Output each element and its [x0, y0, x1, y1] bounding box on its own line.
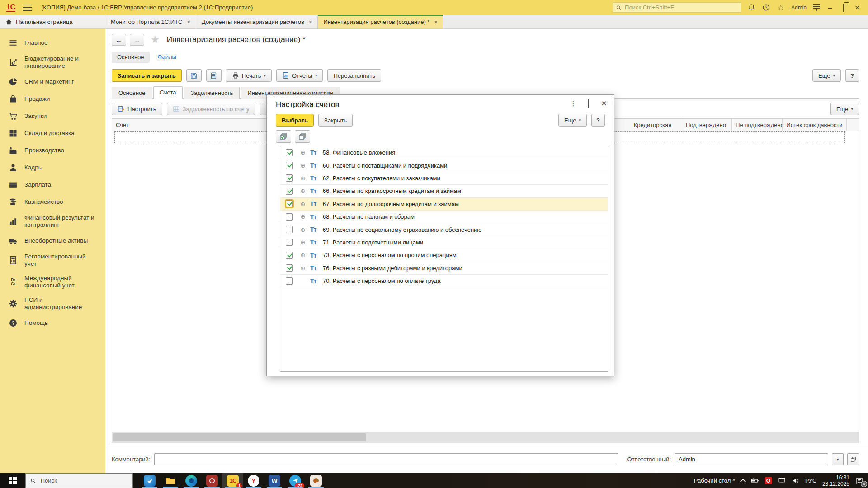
account-checkbox[interactable]	[286, 200, 293, 207]
account-row-5[interactable]: ⊕ Тт 68, Расчеты по налогам и сборам	[280, 211, 608, 223]
account-checkbox[interactable]	[286, 213, 293, 221]
window-tab-2[interactable]: Инвентаризация расчетов (создание) * ×	[318, 15, 443, 28]
back-button[interactable]: ←	[112, 34, 126, 46]
notification-center-icon[interactable]: 4	[855, 477, 863, 485]
main-menu-icon[interactable]	[23, 5, 32, 11]
expand-plus-icon[interactable]: ⊕	[299, 252, 307, 258]
account-row-6[interactable]: ⊕ Тт 69, Расчеты по социальному страхова…	[280, 223, 608, 236]
account-row-4[interactable]: ⊕ Тт 67, Расчеты по долгосрочным кредита…	[280, 198, 608, 211]
dialog-close-button[interactable]: Закрыть	[318, 114, 353, 127]
taskbar-app-1c-icon[interactable]: 1С1	[222, 473, 243, 488]
horizontal-scrollbar[interactable]	[112, 432, 859, 443]
account-checkbox[interactable]	[286, 162, 293, 169]
current-user[interactable]: Admin	[791, 5, 807, 11]
responsible-input[interactable]	[675, 453, 828, 465]
save-button[interactable]	[186, 69, 202, 82]
tray-app-icon[interactable]	[765, 477, 772, 484]
dialog-more-button[interactable]: Еще▾	[558, 114, 587, 127]
hidden-icons-chevron[interactable]	[741, 478, 745, 483]
responsible-dropdown-button[interactable]: ▾	[832, 453, 844, 465]
nav-link-files[interactable]: Файлы	[158, 53, 176, 61]
sidebar-item-finrez[interactable]: Финансовый результат и контроллинг	[0, 211, 105, 232]
reports-button[interactable]: Отчеты▾	[276, 69, 323, 82]
taskbar-app-yandex-icon[interactable]: Y	[243, 473, 264, 488]
sidebar-item-glavnoe[interactable]: Главное	[0, 34, 105, 52]
account-checkbox[interactable]	[286, 239, 293, 246]
expand-plus-icon[interactable]: ⊕	[299, 239, 307, 246]
account-checkbox[interactable]	[286, 188, 293, 195]
sidebar-item-mfu[interactable]: DrCr Международный финансовый учет	[0, 271, 105, 293]
taskbar-app-paint-icon[interactable]	[306, 473, 326, 488]
sidebar-item-budget[interactable]: Бюджетирование и планирование	[0, 52, 105, 73]
taskbar-app-telegram-icon[interactable]: .72	[285, 473, 306, 488]
account-checkbox[interactable]	[286, 252, 293, 259]
global-search-input[interactable]	[624, 4, 738, 11]
dialog-maximize-icon[interactable]	[585, 100, 592, 108]
sidebar-item-kazna[interactable]: Казначейство	[0, 193, 105, 211]
favorite-star-icon[interactable]: ★	[151, 34, 160, 46]
responsible-open-button[interactable]	[847, 453, 859, 465]
taskbar-app-word-icon[interactable]: W	[264, 473, 285, 488]
expand-plus-icon[interactable]: ⊕	[299, 188, 307, 194]
notifications-bell-icon[interactable]	[748, 4, 756, 12]
account-row-1[interactable]: ⊕ Тт 60, Расчеты с поставщиками и подряд…	[280, 159, 608, 172]
expand-plus-icon[interactable]: ⊕	[299, 265, 307, 272]
account-checkbox[interactable]	[286, 149, 293, 156]
taskbar-app-thunderbird-icon[interactable]	[139, 473, 160, 488]
sidebar-item-zakupki[interactable]: Закупки	[0, 108, 105, 125]
global-search[interactable]	[613, 2, 741, 13]
form-tab-0[interactable]: Основное	[112, 87, 152, 99]
window-tab-0[interactable]: Монитор Портала 1С:ИТС ×	[105, 15, 196, 28]
expand-plus-icon[interactable]: ⊕	[299, 175, 307, 182]
taskbar-app-explorer-icon[interactable]	[160, 473, 181, 488]
configure-button[interactable]: Настроить	[112, 103, 162, 115]
sidebar-item-kadry[interactable]: Кадры	[0, 159, 105, 176]
print-button[interactable]: Печать▾	[226, 69, 272, 82]
account-row-3[interactable]: ⊕ Тт 66, Расчеты по краткосрочным кредит…	[280, 185, 608, 197]
taskbar-app-edge-icon[interactable]	[181, 473, 202, 488]
window-tab-1[interactable]: Документы инвентаризации расчетов ×	[196, 15, 318, 28]
network-icon[interactable]	[778, 477, 786, 484]
account-checkbox[interactable]	[286, 226, 293, 233]
form-help-button[interactable]: ?	[845, 69, 859, 82]
dialog-close-icon[interactable]: ✕	[600, 99, 608, 108]
column-header-1[interactable]: Кредиторская	[625, 119, 680, 131]
dialog-more-icon[interactable]: ⋮	[570, 99, 577, 108]
tab-close-icon[interactable]: ×	[434, 19, 438, 25]
language-indicator[interactable]: РУС	[805, 478, 816, 484]
account-row-7[interactable]: ⊕ Тт 71, Расчеты с подотчетными лицами	[280, 236, 608, 249]
close-button[interactable]: ✕	[854, 4, 861, 11]
sidebar-item-help[interactable]: Помощь	[0, 314, 105, 332]
account-row-10[interactable]: Тт 70, Расчеты с персоналом по оплате тр…	[280, 275, 608, 287]
service-menu-icon[interactable]: ▾	[813, 4, 820, 11]
account-checkbox[interactable]	[286, 277, 293, 285]
sidebar-item-zarplata[interactable]: Зарплата	[0, 176, 105, 193]
sidebar-item-nsi[interactable]: НСИ и администрирование	[0, 293, 105, 314]
desktop-toolbar-button[interactable]: Рабочий стол »	[694, 477, 735, 484]
register-records-button[interactable]	[206, 69, 222, 82]
expand-plus-icon[interactable]: ⊕	[299, 162, 307, 169]
uncheck-all-button[interactable]	[295, 130, 310, 143]
sidebar-item-vneoborot[interactable]: Внеоборотные активы	[0, 232, 105, 249]
expand-plus-icon[interactable]: ⊕	[299, 149, 307, 156]
column-header-3[interactable]: Не подтверждено	[732, 119, 783, 131]
refill-button[interactable]: Перезаполнить	[327, 69, 381, 82]
volume-icon[interactable]	[792, 477, 799, 484]
tab-close-icon[interactable]: ×	[309, 19, 312, 25]
account-row-8[interactable]: ⊕ Тт 73, Расчеты с персоналом по прочим …	[280, 249, 608, 262]
start-button[interactable]	[0, 473, 25, 488]
sidebar-item-reglament[interactable]: Регламентированный учет	[0, 249, 105, 271]
comment-input[interactable]	[154, 453, 618, 465]
account-row-9[interactable]: ⊕ Тт 76, Расчеты с разными дебиторами и …	[280, 262, 608, 275]
expand-plus-icon[interactable]: ⊕	[299, 213, 307, 220]
tab-home[interactable]: Начальная страница	[0, 15, 105, 28]
account-row-0[interactable]: ⊕ Тт 58, Финансовые вложения	[280, 146, 608, 159]
nav-link-main[interactable]: Основное	[112, 52, 150, 63]
table-more-button[interactable]: Еще▾	[830, 103, 859, 115]
taskbar-clock[interactable]: 16:31 23.12.2025	[822, 474, 849, 487]
account-checkbox[interactable]	[286, 174, 293, 182]
expand-plus-icon[interactable]: ⊕	[299, 201, 307, 207]
dialog-help-button[interactable]: ?	[591, 114, 605, 127]
taskbar-search-input[interactable]	[40, 477, 128, 484]
column-header-2[interactable]: Подтверждено	[680, 119, 732, 131]
